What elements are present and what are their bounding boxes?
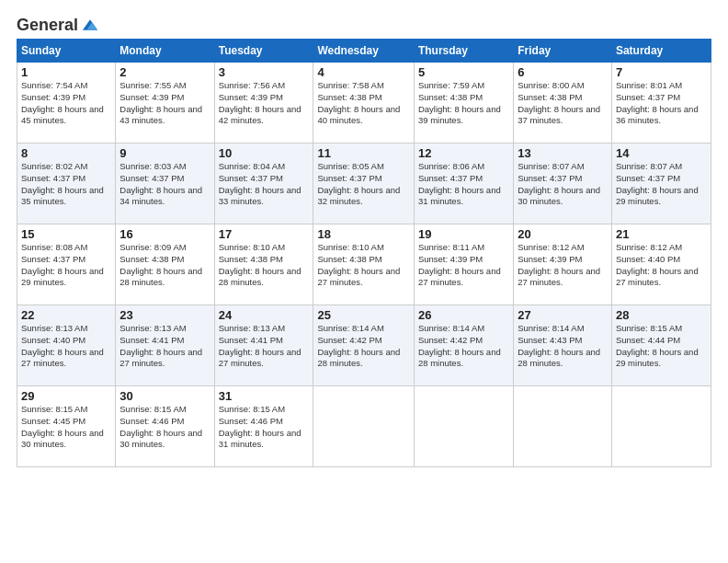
day-info: Sunrise: 7:54 AMSunset: 4:39 PMDaylight:… [21,80,104,125]
day-number: 1 [21,65,111,79]
day-cell: 9 Sunrise: 8:03 AMSunset: 4:37 PMDayligh… [116,144,214,224]
day-info: Sunrise: 8:07 AMSunset: 4:37 PMDaylight:… [616,161,699,206]
day-number: 18 [317,227,409,241]
weekday-tuesday: Tuesday [214,40,313,63]
day-cell [414,386,513,467]
week-row-3: 15 Sunrise: 8:08 AMSunset: 4:37 PMDaylig… [17,224,711,305]
day-info: Sunrise: 8:14 AMSunset: 4:42 PMDaylight:… [418,323,501,368]
day-cell: 25 Sunrise: 8:14 AMSunset: 4:42 PMDaylig… [313,305,414,386]
day-cell: 17 Sunrise: 8:10 AMSunset: 4:38 PMDaylig… [214,224,313,305]
calendar-table: SundayMondayTuesdayWednesdayThursdayFrid… [17,39,711,467]
day-cell [313,386,414,467]
day-cell: 27 Sunrise: 8:14 AMSunset: 4:43 PMDaylig… [514,305,612,386]
logo-general-text: General [17,16,78,35]
day-cell: 30 Sunrise: 8:15 AMSunset: 4:46 PMDaylig… [116,386,214,467]
day-number: 8 [21,146,111,160]
day-info: Sunrise: 8:08 AMSunset: 4:37 PMDaylight:… [21,242,104,287]
day-info: Sunrise: 8:02 AMSunset: 4:37 PMDaylight:… [21,161,104,206]
day-number: 19 [418,227,509,241]
day-cell: 21 Sunrise: 8:12 AMSunset: 4:40 PMDaylig… [611,224,711,305]
day-number: 2 [119,65,210,79]
day-cell: 18 Sunrise: 8:10 AMSunset: 4:38 PMDaylig… [313,224,414,305]
day-cell: 13 Sunrise: 8:07 AMSunset: 4:37 PMDaylig… [514,144,612,224]
day-cell: 4 Sunrise: 7:58 AMSunset: 4:38 PMDayligh… [313,63,414,144]
day-info: Sunrise: 8:04 AMSunset: 4:37 PMDaylight:… [219,161,301,206]
day-info: Sunrise: 8:15 AMSunset: 4:45 PMDaylight:… [21,404,104,449]
day-cell: 10 Sunrise: 8:04 AMSunset: 4:37 PMDaylig… [214,144,313,224]
day-number: 9 [119,146,210,160]
day-cell [514,386,612,467]
day-cell: 22 Sunrise: 8:13 AMSunset: 4:40 PMDaylig… [17,305,116,386]
day-number: 22 [21,308,111,322]
day-number: 30 [119,389,210,403]
day-info: Sunrise: 8:14 AMSunset: 4:42 PMDaylight:… [317,323,400,368]
day-cell: 3 Sunrise: 7:56 AMSunset: 4:39 PMDayligh… [214,63,313,144]
day-cell: 28 Sunrise: 8:15 AMSunset: 4:44 PMDaylig… [611,305,711,386]
day-cell: 31 Sunrise: 8:15 AMSunset: 4:46 PMDaylig… [214,386,313,467]
day-number: 17 [219,227,310,241]
day-info: Sunrise: 8:09 AMSunset: 4:38 PMDaylight:… [119,242,202,287]
day-number: 29 [21,389,111,403]
day-number: 26 [418,308,509,322]
day-info: Sunrise: 8:11 AMSunset: 4:39 PMDaylight:… [418,242,501,287]
day-info: Sunrise: 7:55 AMSunset: 4:39 PMDaylight:… [119,80,202,125]
week-row-5: 29 Sunrise: 8:15 AMSunset: 4:45 PMDaylig… [17,386,711,467]
day-cell: 20 Sunrise: 8:12 AMSunset: 4:39 PMDaylig… [514,224,612,305]
day-number: 25 [317,308,409,322]
week-row-1: 1 Sunrise: 7:54 AMSunset: 4:39 PMDayligh… [17,63,711,144]
day-cell [611,386,711,467]
day-number: 10 [219,146,310,160]
day-number: 15 [21,227,111,241]
day-info: Sunrise: 8:07 AMSunset: 4:37 PMDaylight:… [518,161,600,206]
day-info: Sunrise: 8:05 AMSunset: 4:37 PMDaylight:… [317,161,400,206]
day-info: Sunrise: 8:01 AMSunset: 4:37 PMDaylight:… [616,80,699,125]
day-number: 11 [317,146,409,160]
day-cell: 12 Sunrise: 8:06 AMSunset: 4:37 PMDaylig… [414,144,513,224]
day-cell: 5 Sunrise: 7:59 AMSunset: 4:38 PMDayligh… [414,63,513,144]
day-cell: 16 Sunrise: 8:09 AMSunset: 4:38 PMDaylig… [116,224,214,305]
day-number: 7 [616,65,707,79]
header: General [17,15,711,31]
week-row-4: 22 Sunrise: 8:13 AMSunset: 4:40 PMDaylig… [17,305,711,386]
day-cell: 29 Sunrise: 8:15 AMSunset: 4:45 PMDaylig… [17,386,116,467]
day-number: 23 [119,308,210,322]
logo: General [17,15,100,31]
day-number: 24 [219,308,310,322]
day-number: 21 [616,227,707,241]
day-info: Sunrise: 7:59 AMSunset: 4:38 PMDaylight:… [418,80,501,125]
day-cell: 24 Sunrise: 8:13 AMSunset: 4:41 PMDaylig… [214,305,313,386]
day-cell: 6 Sunrise: 8:00 AMSunset: 4:38 PMDayligh… [514,63,612,144]
day-info: Sunrise: 8:15 AMSunset: 4:46 PMDaylight:… [219,404,301,449]
logo-icon [80,15,100,35]
day-number: 14 [616,146,707,160]
day-info: Sunrise: 8:13 AMSunset: 4:41 PMDaylight:… [119,323,202,368]
day-info: Sunrise: 8:06 AMSunset: 4:37 PMDaylight:… [418,161,501,206]
day-number: 16 [119,227,210,241]
day-info: Sunrise: 7:58 AMSunset: 4:38 PMDaylight:… [317,80,400,125]
day-cell: 2 Sunrise: 7:55 AMSunset: 4:39 PMDayligh… [116,63,214,144]
day-cell: 14 Sunrise: 8:07 AMSunset: 4:37 PMDaylig… [611,144,711,224]
day-number: 6 [518,65,608,79]
weekday-header-row: SundayMondayTuesdayWednesdayThursdayFrid… [17,40,711,63]
day-number: 20 [518,227,608,241]
day-cell: 8 Sunrise: 8:02 AMSunset: 4:37 PMDayligh… [17,144,116,224]
day-cell: 11 Sunrise: 8:05 AMSunset: 4:37 PMDaylig… [313,144,414,224]
weekday-thursday: Thursday [414,40,513,63]
day-info: Sunrise: 8:14 AMSunset: 4:43 PMDaylight:… [518,323,600,368]
weekday-sunday: Sunday [17,40,116,63]
day-cell: 1 Sunrise: 7:54 AMSunset: 4:39 PMDayligh… [17,63,116,144]
day-number: 31 [219,389,310,403]
day-info: Sunrise: 8:13 AMSunset: 4:40 PMDaylight:… [21,323,104,368]
weekday-friday: Friday [514,40,612,63]
day-info: Sunrise: 8:15 AMSunset: 4:44 PMDaylight:… [616,323,699,368]
day-info: Sunrise: 8:10 AMSunset: 4:38 PMDaylight:… [317,242,400,287]
day-cell: 26 Sunrise: 8:14 AMSunset: 4:42 PMDaylig… [414,305,513,386]
day-number: 28 [616,308,707,322]
day-info: Sunrise: 8:03 AMSunset: 4:37 PMDaylight:… [119,161,202,206]
day-number: 5 [418,65,509,79]
day-number: 13 [518,146,608,160]
weekday-saturday: Saturday [611,40,711,63]
day-number: 3 [219,65,310,79]
day-cell: 19 Sunrise: 8:11 AMSunset: 4:39 PMDaylig… [414,224,513,305]
day-cell: 7 Sunrise: 8:01 AMSunset: 4:37 PMDayligh… [611,63,711,144]
